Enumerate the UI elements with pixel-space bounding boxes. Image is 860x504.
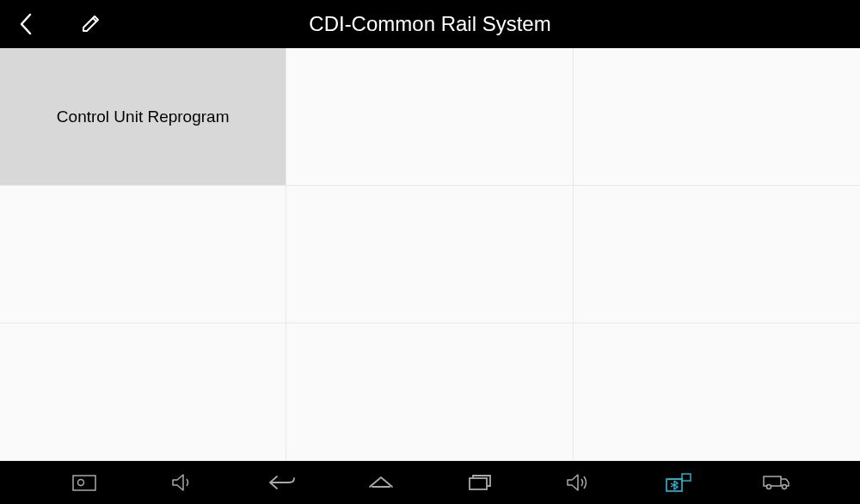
bluetooth-device-icon: [663, 472, 692, 493]
svg-rect-2: [470, 478, 487, 489]
grid-item[interactable]: [0, 323, 286, 461]
grid-item-label: Control Unit Reprogram: [57, 108, 230, 126]
menu-grid: Control Unit Reprogram: [0, 48, 860, 461]
chevron-left-icon: [17, 12, 34, 36]
nav-home-button[interactable]: [364, 470, 398, 495]
back-button[interactable]: [14, 12, 38, 36]
grid-item[interactable]: [286, 323, 573, 461]
grid-item[interactable]: [574, 48, 860, 186]
svg-point-1: [77, 480, 83, 486]
header-left: [0, 12, 103, 36]
svg-rect-4: [682, 474, 691, 481]
grid-item[interactable]: [574, 186, 860, 323]
grid-item[interactable]: [286, 186, 573, 323]
grid-item[interactable]: [286, 48, 573, 186]
grid-item[interactable]: [574, 323, 860, 461]
header: CDI-Common Rail System: [0, 0, 860, 48]
svg-point-6: [782, 485, 786, 489]
camera-button[interactable]: [67, 470, 101, 495]
bluetooth-button[interactable]: [660, 470, 695, 495]
volume-up-button[interactable]: [562, 470, 596, 495]
grid-item[interactable]: [0, 186, 286, 323]
svg-point-5: [766, 485, 771, 489]
truck-icon: [762, 474, 791, 491]
nav-recent-icon: [468, 474, 492, 491]
volume-down-button[interactable]: [166, 470, 200, 495]
camera-icon: [71, 473, 97, 492]
nav-back-button[interactable]: [265, 470, 299, 495]
volume-down-icon: [171, 473, 195, 492]
page-title: CDI-Common Rail System: [0, 12, 860, 36]
edit-button[interactable]: [79, 12, 103, 36]
volume-up-icon: [566, 473, 592, 492]
nav-recent-button[interactable]: [463, 470, 497, 495]
vehicle-button[interactable]: [759, 470, 794, 495]
navigation-bar: [0, 461, 860, 504]
pencil-icon: [80, 13, 102, 35]
nav-home-icon: [368, 475, 394, 490]
nav-back-icon: [268, 475, 296, 490]
grid-item-control-unit-reprogram[interactable]: Control Unit Reprogram: [0, 48, 286, 186]
